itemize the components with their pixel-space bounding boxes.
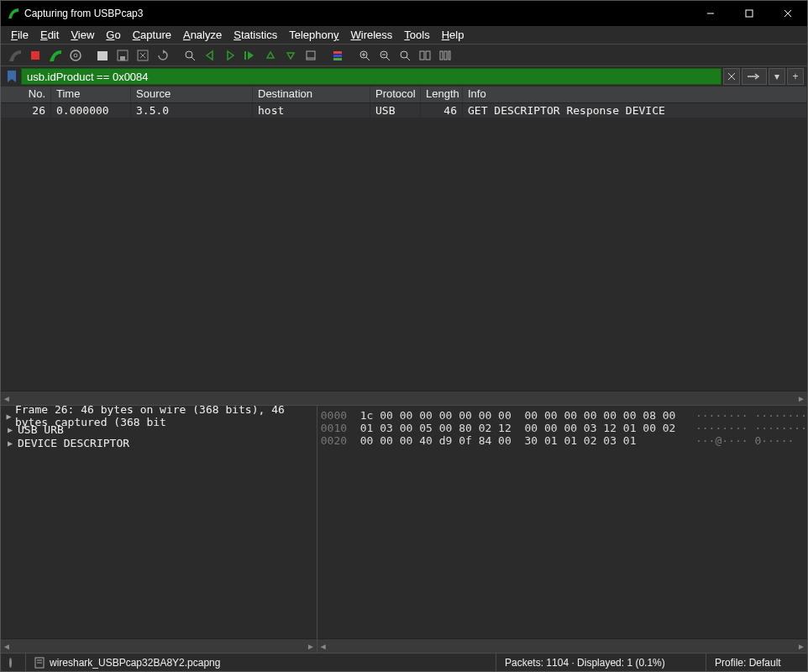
lower-panes: ▶Frame 26: 46 bytes on wire (368 bits), … xyxy=(1,405,807,653)
col-header-time[interactable]: Time xyxy=(51,87,131,102)
maximize-button[interactable] xyxy=(730,1,769,26)
svg-rect-7 xyxy=(97,51,108,60)
tree-label: USB URB xyxy=(18,423,64,436)
capture-options-button[interactable] xyxy=(66,46,85,65)
tree-row[interactable]: ▶Frame 26: 46 bytes on wire (368 bits), … xyxy=(6,409,312,423)
tree-hscroll[interactable]: ◄ ► xyxy=(1,638,317,653)
hex-hscroll[interactable]: ◄ ► xyxy=(317,638,807,653)
hex-row[interactable]: 0010 01 03 00 05 00 80 02 12 00 00 00 03… xyxy=(321,422,807,434)
col-header-destination[interactable]: Destination xyxy=(253,87,370,102)
app-icon xyxy=(8,8,19,19)
file-icon xyxy=(34,657,45,669)
zoom-reset-button[interactable] xyxy=(375,46,394,65)
colorize-button[interactable] xyxy=(328,46,347,65)
auto-scroll-button[interactable] xyxy=(302,46,320,65)
toolbar-separator xyxy=(174,46,179,65)
minimize-button[interactable] xyxy=(691,1,730,26)
packet-list-pane: No. Time Source Destination Protocol Len… xyxy=(1,87,807,405)
svg-point-6 xyxy=(74,54,77,57)
stop-capture-button[interactable] xyxy=(26,46,45,65)
reload-button[interactable] xyxy=(154,46,172,65)
svg-rect-32 xyxy=(440,51,443,60)
scroll-left-icon[interactable]: ◄ xyxy=(3,642,11,651)
scroll-right-icon[interactable]: ► xyxy=(797,394,805,403)
col-header-source[interactable]: Source xyxy=(131,87,253,102)
svg-rect-30 xyxy=(420,51,424,60)
open-file-button[interactable] xyxy=(93,46,112,65)
expand-icon[interactable]: ▶ xyxy=(6,412,12,421)
svg-line-22 xyxy=(366,57,370,60)
clear-filter-button[interactable] xyxy=(723,68,740,85)
menu-capture[interactable]: Capture xyxy=(128,27,176,43)
close-button[interactable] xyxy=(769,1,807,26)
svg-point-5 xyxy=(71,50,81,60)
packet-list-header[interactable]: No. Time Source Destination Protocol Len… xyxy=(1,87,807,103)
status-packets: Packets: 1104 · Displayed: 1 (0.1%) xyxy=(496,654,706,671)
go-to-packet-button[interactable] xyxy=(241,46,260,65)
menu-edit[interactable]: Edit xyxy=(35,27,64,43)
go-first-button[interactable] xyxy=(261,46,280,65)
go-last-button[interactable] xyxy=(281,46,300,65)
menu-view[interactable]: View xyxy=(66,27,99,43)
expert-info-button[interactable] xyxy=(1,654,26,671)
resize-columns2-button[interactable] xyxy=(436,46,454,65)
resize-columns-button[interactable] xyxy=(416,46,434,65)
scroll-left-icon[interactable]: ◄ xyxy=(319,642,328,651)
cell-destination: host xyxy=(253,103,370,118)
menu-go[interactable]: Go xyxy=(101,27,125,43)
scroll-left-icon[interactable]: ◄ xyxy=(3,394,11,403)
tree-row[interactable]: ▶DEVICE DESCRIPTOR xyxy=(6,436,312,449)
svg-rect-33 xyxy=(444,51,447,60)
packet-list-hscroll[interactable]: ◄ ► xyxy=(1,391,807,405)
menu-statistics[interactable]: Statistics xyxy=(228,27,282,43)
hex-row[interactable]: 0000 1c 00 00 00 00 00 00 00 00 00 00 00… xyxy=(321,409,807,422)
packet-bytes-pane[interactable]: 0000 1c 00 00 00 00 00 00 00 00 00 00 00… xyxy=(317,406,807,653)
save-file-button[interactable] xyxy=(113,46,132,65)
svg-rect-34 xyxy=(449,51,450,60)
packet-details-pane[interactable]: ▶Frame 26: 46 bytes on wire (368 bits), … xyxy=(1,406,317,653)
menu-telephony[interactable]: Telephony xyxy=(284,27,344,43)
packet-list-body[interactable]: 26 0.000000 3.5.0 host USB 46 GET DESCRI… xyxy=(1,103,807,391)
col-header-no[interactable]: No. xyxy=(1,87,51,102)
go-back-button[interactable] xyxy=(201,46,219,65)
col-header-protocol[interactable]: Protocol xyxy=(370,87,421,102)
scroll-right-icon[interactable]: ► xyxy=(797,642,805,651)
scroll-right-icon[interactable]: ► xyxy=(307,642,315,651)
close-file-button[interactable] xyxy=(134,46,152,65)
col-header-length[interactable]: Length xyxy=(421,87,463,102)
status-profile[interactable]: Profile: Default xyxy=(706,654,807,671)
expand-icon[interactable]: ▶ xyxy=(6,438,14,448)
go-forward-button[interactable] xyxy=(221,46,239,65)
zoom-out-button[interactable] xyxy=(396,46,414,65)
svg-rect-31 xyxy=(426,51,430,60)
apply-filter-button[interactable] xyxy=(742,68,767,85)
menu-help[interactable]: Help xyxy=(437,27,470,43)
bookmark-icon[interactable] xyxy=(4,69,19,84)
menu-analyze[interactable]: Analyze xyxy=(178,27,227,43)
find-packet-button[interactable] xyxy=(181,46,199,65)
svg-line-26 xyxy=(386,57,390,60)
expand-icon[interactable]: ▶ xyxy=(6,425,14,434)
svg-rect-18 xyxy=(333,51,342,54)
status-file-label: wireshark_USBPcap32BA8Y2.pcapng xyxy=(50,657,220,669)
col-header-info[interactable]: Info xyxy=(463,87,807,102)
filter-bar: ▾ + xyxy=(1,66,807,87)
cell-source: 3.5.0 xyxy=(131,103,253,118)
cell-protocol: USB xyxy=(370,103,421,118)
display-filter-input[interactable] xyxy=(21,68,721,85)
restart-capture-button[interactable] xyxy=(46,46,65,65)
svg-rect-19 xyxy=(333,55,342,57)
packet-row[interactable]: 26 0.000000 3.5.0 host USB 46 GET DESCRI… xyxy=(1,103,807,118)
status-file[interactable]: wireshark_USBPcap32BA8Y2.pcapng xyxy=(26,654,496,671)
menu-file[interactable]: File xyxy=(6,27,34,43)
hex-row[interactable]: 0020 00 00 00 40 d9 0f 84 00 30 01 01 02… xyxy=(321,434,807,447)
filter-history-button[interactable]: ▾ xyxy=(769,68,785,85)
add-filter-button[interactable]: + xyxy=(787,68,804,85)
menu-tools[interactable]: Tools xyxy=(399,27,434,43)
svg-rect-20 xyxy=(333,58,342,60)
start-capture-button[interactable] xyxy=(6,46,24,65)
cell-info: GET DESCRIPTOR Response DEVICE xyxy=(463,103,807,118)
zoom-in-button[interactable] xyxy=(355,46,374,65)
svg-rect-1 xyxy=(746,10,753,17)
menu-wireless[interactable]: Wireless xyxy=(346,27,398,43)
